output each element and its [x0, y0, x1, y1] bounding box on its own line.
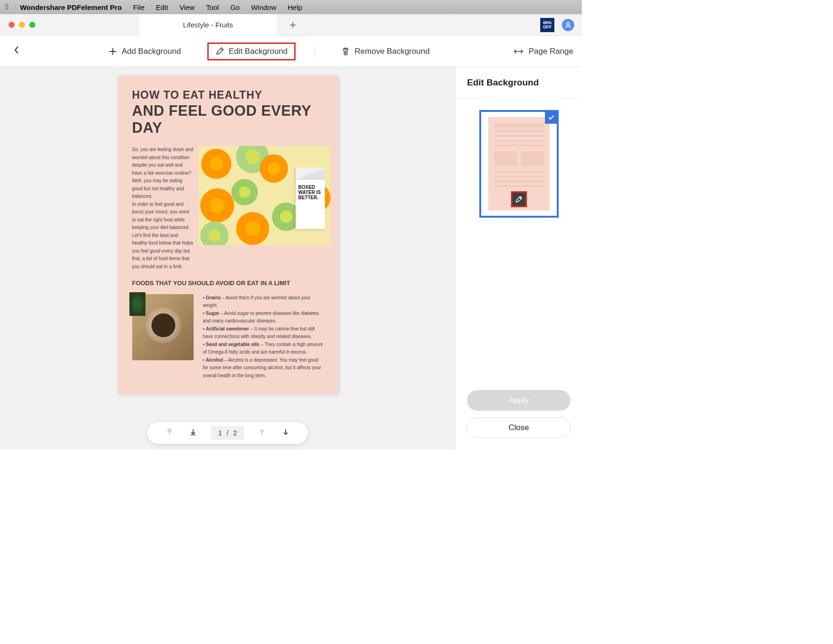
side-panel: Edit Background Apply — [455, 67, 582, 449]
prev-page-button[interactable] — [256, 428, 268, 439]
apple-logo-icon[interactable]:  — [6, 2, 8, 12]
bullet-item: • Grains – Avoid them if you are worried… — [203, 294, 323, 310]
apply-label: Apply — [509, 396, 529, 405]
tab-title: Lifestyle - Fruits — [183, 21, 233, 29]
bullet-list: • Grains – Avoid them if you are worried… — [203, 294, 323, 380]
menu-window[interactable]: Window — [251, 3, 276, 11]
close-label: Close — [509, 423, 529, 432]
trash-icon — [341, 47, 350, 56]
carton-graphic: BOXED WATER IS BETTER. — [296, 168, 325, 229]
pencil-icon — [215, 47, 224, 56]
chevron-left-icon — [13, 45, 20, 55]
menu-file[interactable]: File — [133, 3, 144, 11]
macos-menubar:  Wondershare PDFelement Pro File Edit V… — [0, 0, 582, 14]
page-title-line2: AND FEEL GOOD EVERY DAY — [132, 102, 323, 136]
menu-help[interactable]: Help — [288, 3, 302, 11]
add-background-button[interactable]: Add Background — [101, 43, 189, 60]
arrow-bottom-icon — [189, 428, 197, 436]
carton-text: BOXED WATER IS BETTER. — [298, 185, 321, 200]
edit-background-button[interactable]: Edit Background — [207, 42, 296, 60]
subhead: FOODS THAT YOU SHOULD AVOID OR EAT IN A … — [132, 279, 323, 288]
remove-background-button[interactable]: Remove Background — [334, 43, 437, 60]
remove-background-label: Remove Background — [355, 47, 430, 56]
add-background-label: Add Background — [122, 47, 181, 56]
bullet-item: • Artificial sweetener – It may be calor… — [203, 325, 323, 341]
page-range-label: Page Range — [528, 47, 573, 56]
window-minimize-button[interactable] — [19, 22, 25, 28]
background-preview[interactable] — [479, 110, 559, 218]
menu-tool[interactable]: Tool — [206, 3, 219, 11]
tab-bar: Lifestyle - Fruits 66% OFF — [0, 14, 582, 36]
account-avatar[interactable] — [562, 19, 574, 31]
fruit-image: BOXED WATER IS BETTER. — [198, 146, 331, 245]
next-page-button[interactable] — [280, 428, 291, 439]
plus-icon — [109, 47, 117, 56]
arrow-down-icon — [281, 428, 290, 436]
person-icon — [564, 21, 572, 29]
bullet-item: • Sugar – Avoid sugar to prevent disease… — [203, 310, 323, 325]
side-panel-title: Edit Background — [456, 67, 582, 99]
document-page: HOW TO EAT HEALTHY AND FEEL GOOD EVERY D… — [118, 76, 338, 394]
window-zoom-button[interactable] — [29, 22, 35, 28]
arrow-top-icon — [165, 428, 174, 436]
first-page-button[interactable] — [164, 428, 175, 439]
pencil-icon — [515, 195, 523, 203]
toolbar: Add Background Edit Background Remove Ba… — [0, 36, 582, 67]
edit-preview-button[interactable] — [511, 191, 527, 207]
svg-point-0 — [567, 22, 570, 25]
page-navigation: 1 / 2 — [147, 422, 308, 444]
page-range-button[interactable]: Page Range — [513, 47, 573, 56]
total-pages: 2 — [233, 429, 237, 437]
promo-off: OFF — [543, 25, 552, 29]
edit-background-label: Edit Background — [229, 47, 288, 56]
current-page: 1 — [218, 429, 222, 437]
page-sep: / — [227, 429, 229, 437]
drink-image — [132, 294, 194, 360]
menu-edit[interactable]: Edit — [156, 3, 168, 11]
app-name[interactable]: Wondershare PDFelement Pro — [20, 3, 122, 11]
last-page-button[interactable] — [187, 428, 199, 439]
selected-check-icon — [545, 111, 557, 124]
main-area: HOW TO EAT HEALTHY AND FEEL GOOD EVERY D… — [0, 67, 582, 449]
back-button[interactable] — [8, 43, 25, 59]
document-canvas[interactable]: HOW TO EAT HEALTHY AND FEEL GOOD EVERY D… — [0, 67, 455, 449]
close-button[interactable]: Close — [467, 417, 570, 438]
window-close-button[interactable] — [8, 22, 15, 28]
page-title-line1: HOW TO EAT HEALTHY — [132, 89, 323, 102]
tab-new-button[interactable] — [283, 14, 302, 36]
menu-go[interactable]: Go — [230, 3, 240, 11]
plus-icon — [289, 21, 297, 29]
window-controls — [0, 22, 44, 28]
menu-view[interactable]: View — [179, 3, 195, 11]
toolbar-separator — [314, 44, 315, 59]
tab-active[interactable]: Lifestyle - Fruits — [138, 14, 278, 36]
apply-button[interactable]: Apply — [467, 390, 570, 411]
arrow-up-icon — [258, 428, 266, 436]
intro-paragraph: So, you are feeling down and worried abo… — [132, 146, 194, 271]
bullet-item: • Seed and vegetable oils – They contain… — [203, 341, 323, 356]
page-number-input[interactable]: 1 / 2 — [211, 426, 244, 440]
promo-badge[interactable]: 66% OFF — [540, 18, 554, 32]
page-range-icon — [513, 47, 524, 56]
bullet-item: • Alcohol – Alcohol is a depressant. You… — [203, 356, 323, 380]
